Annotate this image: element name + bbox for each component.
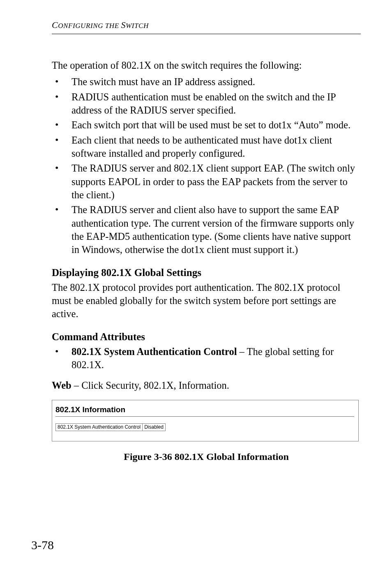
requirements-list: The switch must have an IP address assig… xyxy=(52,75,361,256)
header-rule xyxy=(52,34,361,34)
list-item: RADIUS authentication must be enabled on… xyxy=(52,91,361,117)
list-item: Each switch port that will be used must … xyxy=(52,118,361,132)
cmd-attr-bold: 802.1X System Authentication Control xyxy=(71,346,237,357)
web-bold: Web xyxy=(52,380,71,391)
info-panel-rule xyxy=(55,416,354,417)
list-item: The RADIUS server and 802.1X client supp… xyxy=(52,162,361,202)
info-row-label: 802.1X System Authentication Control xyxy=(56,423,143,431)
rh-witch: WITCH xyxy=(126,22,149,30)
info-panel-title: 802.1X Information xyxy=(55,403,354,416)
list-item: The switch must have an IP address assig… xyxy=(52,75,361,88)
command-attributes-list: 802.1X System Authentication Control – T… xyxy=(52,345,361,372)
intro-paragraph: The operation of 802.1X on the switch re… xyxy=(52,59,361,72)
figure-caption: Figure 3-36 802.1X Global Information xyxy=(52,450,361,464)
rh-s: S xyxy=(121,20,126,30)
table-row: 802.1X System Authentication Control Dis… xyxy=(56,423,166,431)
info-row-value: Disabled xyxy=(143,423,166,431)
running-head: CONFIGURING THE SWITCH xyxy=(52,20,361,30)
web-rest: – Click Security, 802.1X, Information. xyxy=(71,380,229,391)
section-heading: Displaying 802.1X Global Settings xyxy=(52,266,361,279)
rh-onfiguring: ONFIGURING xyxy=(58,22,103,30)
command-attributes-heading: Command Attributes xyxy=(52,330,361,344)
list-item: Each client that needs to be authenticat… xyxy=(52,134,361,160)
info-table: 802.1X System Authentication Control Dis… xyxy=(55,423,166,432)
web-line: Web – Click Security, 802.1X, Informatio… xyxy=(52,379,361,392)
info-panel: 802.1X Information 802.1X System Authent… xyxy=(52,400,359,442)
list-item: 802.1X System Authentication Control – T… xyxy=(52,345,361,372)
page-number: 3-78 xyxy=(31,538,54,552)
rh-the: THE xyxy=(103,22,121,30)
rh-c: C xyxy=(52,20,58,30)
list-item: The RADIUS server and client also have t… xyxy=(52,203,361,256)
section-paragraph: The 802.1X protocol provides port authen… xyxy=(52,281,361,321)
